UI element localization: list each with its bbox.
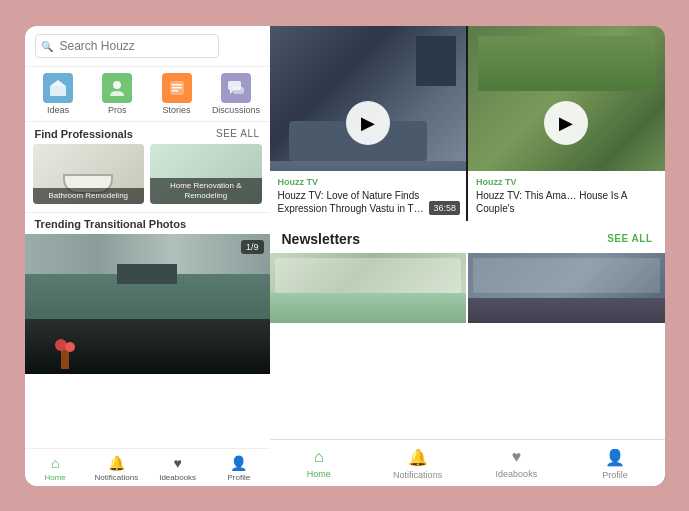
trending-title: Trending Transitional Photos — [35, 218, 187, 230]
video-card-1[interactable]: ▶ 36:58 Houzz TV Houzz TV: Love of Natur… — [270, 26, 467, 221]
left-nav-home[interactable]: ⌂ Home — [25, 455, 86, 482]
right-nav-ideabooks-label: Ideabooks — [496, 469, 538, 479]
nav-item-discussions[interactable]: Discussions — [212, 73, 260, 115]
right-nav-notifications[interactable]: 🔔 Notifications — [368, 448, 467, 480]
vegetation — [478, 36, 655, 91]
right-nav-profile[interactable]: 👤 Profile — [566, 448, 665, 480]
video-title-2: Houzz TV: This Ama… House Is A Couple's — [476, 189, 657, 215]
profile-icon: 👤 — [230, 455, 247, 471]
video-channel-1: Houzz TV — [278, 177, 459, 187]
right-panel: ▶ 36:58 Houzz TV Houzz TV: Love of Natur… — [270, 26, 665, 486]
tv-graphic — [416, 36, 456, 86]
nav-item-ideas[interactable]: Ideas — [34, 73, 82, 115]
right-nav-home[interactable]: ⌂ Home — [270, 448, 369, 480]
ideas-icon-box — [43, 73, 73, 103]
bathroom-card[interactable]: Bathroom Remodeling — [33, 144, 145, 204]
photo-count-badge: 1/9 — [241, 240, 264, 254]
sky-detail — [473, 258, 660, 293]
right-nav-notifications-label: Notifications — [393, 470, 442, 480]
left-nav-profile-label: Profile — [228, 473, 251, 482]
flowers — [45, 339, 85, 369]
svg-rect-0 — [50, 86, 66, 96]
newsletters-section: Newsletters SEE ALL — [270, 221, 665, 439]
ideabooks-icon: ♥ — [173, 455, 181, 471]
right-home-icon: ⌂ — [314, 448, 324, 466]
right-notifications-icon: 🔔 — [408, 448, 428, 467]
stories-icon-box — [162, 73, 192, 103]
video-info-2: Houzz TV Houzz TV: This Ama… House Is A … — [468, 171, 665, 221]
left-nav-profile[interactable]: 👤 Profile — [208, 455, 269, 482]
plants-detail — [270, 293, 467, 323]
left-nav-ideabooks[interactable]: ♥ Ideabooks — [147, 455, 208, 482]
home-icon: ⌂ — [51, 455, 59, 471]
search-wrap — [35, 34, 260, 58]
trending-photos[interactable]: 1/9 — [25, 234, 270, 448]
nav-icons-row: Ideas Pros Stories Discussions — [25, 67, 270, 122]
newsletter-card-1[interactable] — [270, 253, 467, 323]
left-nav-notifications[interactable]: 🔔 Notifications — [86, 455, 147, 482]
light-area — [275, 258, 462, 293]
kitchen-lower — [25, 319, 270, 374]
left-panel: Ideas Pros Stories Discussions — [25, 26, 270, 486]
video-row: ▶ 36:58 Houzz TV Houzz TV: Love of Natur… — [270, 26, 665, 221]
left-nav-notifications-label: Notifications — [95, 473, 139, 482]
svg-marker-1 — [50, 80, 66, 86]
renovation-card[interactable]: Home Renovation & Remodeling — [150, 144, 262, 204]
right-ideabooks-icon: ♥ — [512, 448, 522, 466]
play-button-1[interactable]: ▶ — [346, 101, 390, 145]
discussions-icon-box — [221, 73, 251, 103]
discussions-label: Discussions — [212, 105, 260, 115]
svg-point-2 — [113, 81, 121, 89]
svg-rect-6 — [172, 90, 178, 92]
nav-item-stories[interactable]: Stories — [153, 73, 201, 115]
right-nav-ideabooks[interactable]: ♥ Ideabooks — [467, 448, 566, 480]
video-channel-2: Houzz TV — [476, 177, 657, 187]
video-card-2[interactable]: ▶ Houzz TV Houzz TV: This Ama… House Is … — [466, 26, 665, 221]
svg-rect-5 — [172, 87, 182, 89]
play-button-2[interactable]: ▶ — [544, 101, 588, 145]
newsletter-cards — [270, 253, 665, 323]
newsletter-image-2 — [468, 253, 665, 323]
newsletters-title: Newsletters — [282, 231, 361, 247]
newsletters-header: Newsletters SEE ALL — [270, 221, 665, 253]
prof-cards: Bathroom Remodeling Home Renovation & Re… — [25, 144, 270, 212]
renovation-label: Home Renovation & Remodeling — [150, 178, 262, 203]
right-nav-home-label: Home — [307, 469, 331, 479]
left-bottom-nav: ⌂ Home 🔔 Notifications ♥ Ideabooks 👤 Pro… — [25, 448, 270, 486]
find-prof-see-all[interactable]: SEE ALL — [216, 128, 260, 139]
left-nav-home-label: Home — [44, 473, 65, 482]
nav-item-pros[interactable]: Pros — [93, 73, 141, 115]
newsletters-see-all[interactable]: SEE ALL — [607, 233, 652, 244]
right-profile-icon: 👤 — [605, 448, 625, 467]
trending-header: Trending Transitional Photos — [25, 212, 270, 234]
newsletter-card-2[interactable] — [466, 253, 665, 323]
ideas-label: Ideas — [47, 105, 69, 115]
svg-rect-4 — [172, 84, 182, 86]
notifications-icon: 🔔 — [108, 455, 125, 471]
bathroom-label: Bathroom Remodeling — [33, 188, 145, 204]
video-duration-1: 36:58 — [429, 201, 460, 215]
kitchen-hood — [117, 264, 177, 284]
left-nav-ideabooks-label: Ideabooks — [159, 473, 196, 482]
svg-rect-9 — [233, 87, 244, 94]
search-bar — [25, 26, 270, 67]
search-input[interactable] — [35, 34, 219, 58]
trending-photo-main — [25, 234, 270, 319]
pros-icon-box — [102, 73, 132, 103]
find-prof-header: Find Professionals SEE ALL — [25, 122, 270, 144]
right-bottom-nav: ⌂ Home 🔔 Notifications ♥ Ideabooks 👤 Pro… — [270, 439, 665, 486]
find-prof-title: Find Professionals — [35, 128, 133, 140]
pros-label: Pros — [108, 105, 127, 115]
building-base — [468, 298, 665, 323]
app-frame: Ideas Pros Stories Discussions — [25, 26, 665, 486]
right-nav-profile-label: Profile — [602, 470, 628, 480]
newsletter-image-1 — [270, 253, 467, 323]
stories-label: Stories — [163, 105, 191, 115]
